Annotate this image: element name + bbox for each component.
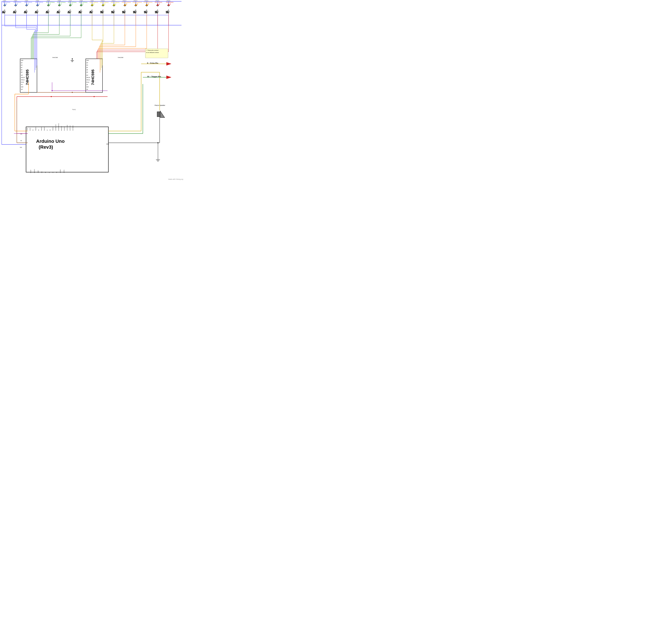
part1-label: Part1 [72, 109, 76, 110]
svg-text:100Ω: 100Ω [111, 12, 114, 13]
svg-text:Yellow (595nm): Yellow (595nm) [89, 1, 98, 3]
svg-text:R5: R5 [46, 11, 48, 12]
svg-text:Green (570nm): Green (570nm) [79, 1, 87, 3]
svg-text:QF: QF [86, 67, 88, 68]
svg-marker-375 [166, 62, 171, 65]
svg-text:R9: R9 [90, 11, 91, 12]
svg-text:SER: SER [86, 86, 89, 88]
svg-rect-366 [157, 112, 160, 117]
svg-text:D2: D2 [32, 129, 33, 131]
svg-text:QD: QD [86, 72, 88, 73]
svg-rect-224 [26, 127, 108, 172]
svg-text:Yellow (595nm): Yellow (595nm) [100, 1, 109, 3]
svg-marker-61 [58, 4, 61, 6]
svg-text:R14: R14 [144, 11, 146, 12]
svg-text:ICSP MOSI: ICSP MOSI [73, 125, 73, 131]
svg-text:PWM D3: PWM D3 [35, 126, 36, 131]
svg-text:R16: R16 [166, 11, 168, 12]
svg-text:SER: SER [21, 86, 24, 88]
svg-marker-103 [135, 4, 137, 6]
svg-text:100Ω: 100Ω [2, 12, 5, 13]
svg-text:TX/D0: TX/D0 [27, 128, 28, 131]
svg-text:Green (570nm): Green (570nm) [57, 1, 65, 3]
svg-text:Green (570nm): Green (570nm) [46, 1, 55, 3]
svg-text:100Ω: 100Ω [89, 12, 92, 13]
svg-text:QG: QG [86, 64, 88, 66]
svg-text:QA: QA [86, 89, 88, 90]
svg-text:GND: GND [86, 60, 89, 61]
svg-text:SCK/D13: SCK/D13 [64, 126, 65, 131]
svg-text:OE: OE [21, 84, 23, 85]
svg-text:PWM D5: PWM D5 [41, 126, 42, 131]
svg-text:SRCLR: SRCLR [86, 77, 90, 78]
svg-text:R15: R15 [155, 11, 157, 12]
svg-text:A5/SCL: A5/SCL [63, 170, 64, 173]
svg-point-342 [51, 96, 52, 97]
svg-text:Yellow (595nm): Yellow (595nm) [111, 1, 120, 3]
svg-text:QE: QE [21, 69, 22, 71]
svg-text:RCLK: RCLK [86, 82, 89, 83]
svg-text:Orange (620nm): Orange (620nm) [133, 1, 142, 3]
svg-text:R13: R13 [133, 11, 135, 12]
svg-marker-367 [160, 111, 165, 118]
piezo-label: Piezzo Speaker [155, 105, 165, 106]
svg-text:R10: R10 [100, 11, 103, 12]
u2-chip-label: 74HC595 [118, 57, 123, 58]
svg-text:A1: A1 [49, 172, 50, 173]
arduino-gnd-label: GND [106, 143, 109, 145]
svg-point-343 [94, 96, 95, 97]
svg-text:R7: R7 [68, 11, 70, 12]
svg-text:5V: 5V [20, 140, 22, 141]
svg-marker-109 [146, 4, 148, 6]
svg-text:D4: D4 [38, 129, 39, 131]
svg-text:D8: D8 [49, 129, 50, 131]
svg-text:SRCLK: SRCLK [21, 79, 25, 80]
svg-text:SRCLR: SRCLR [21, 77, 25, 78]
svg-text:100Ω: 100Ω [166, 12, 169, 13]
svg-text:100Ω: 100Ω [100, 12, 103, 13]
svg-marker-37 [14, 4, 17, 6]
svg-marker-67 [69, 4, 72, 6]
svg-marker-49 [36, 4, 39, 6]
svg-text:MISO/D12: MISO/D12 [61, 126, 62, 131]
svg-text:Green (570nm): Green (570nm) [68, 1, 76, 3]
svg-text:RESET: RESET [30, 170, 31, 173]
svg-text:RCLK: RCLK [21, 82, 24, 83]
svg-marker-97 [124, 4, 126, 6]
svg-text:SS/PWM D10: SS/PWM D10 [55, 124, 56, 131]
svg-text:QD: QD [21, 72, 22, 73]
svg-text:100Ω: 100Ω [78, 12, 81, 13]
svg-text:Orange (620nm): Orange (620nm) [122, 1, 131, 3]
svg-text:R12: R12 [122, 11, 124, 12]
svg-text:3V3: 3V3 [20, 147, 22, 148]
svg-text:R6: R6 [57, 11, 59, 12]
svg-text:Blue (525nm): Blue (525nm) [3, 1, 11, 3]
svg-text:Red (633nm): Red (633nm) [155, 1, 162, 3]
svg-text:RX/D1: RX/D1 [30, 128, 31, 131]
circuit-diagram: LED1 Blue (525nm) LED2 Blue (525nm) LED3… [0, 0, 185, 182]
svg-text:D7: D7 [47, 129, 48, 131]
fritzing-text: Fritzing.org [175, 178, 183, 180]
arduino-label: Arduino Uno [36, 139, 65, 144]
svg-text:Red (633nm): Red (633nm) [166, 1, 173, 3]
svg-marker-73 [80, 4, 82, 6]
svg-text:100Ω: 100Ω [13, 12, 16, 13]
svg-text:A4/SDA: A4/SDA [60, 170, 61, 173]
svg-point-351 [51, 90, 52, 91]
svg-text:ICSP2 MISO: ICSP2 MISO [67, 125, 68, 131]
svg-text:QH': QH' [21, 75, 23, 76]
svg-text:ICSP2 SCK: ICSP2 SCK [70, 125, 71, 131]
svg-text:100Ω: 100Ω [122, 12, 125, 13]
svg-text:RESET2: RESET2 [34, 169, 35, 173]
svg-text:100Ω: 100Ω [35, 12, 37, 13]
svg-text:R8: R8 [79, 11, 80, 12]
svg-text:QG: QG [21, 64, 22, 66]
svg-marker-55 [47, 4, 49, 6]
svg-text:QH': QH' [86, 75, 88, 76]
svg-text:Blue (525nm): Blue (525nm) [35, 1, 43, 3]
svg-text:AREF: AREF [37, 170, 39, 173]
svg-text:100Ω: 100Ω [133, 12, 136, 13]
svg-text:Blue (525nm): Blue (525nm) [25, 1, 32, 3]
svg-marker-115 [156, 4, 159, 6]
svg-text:R3: R3 [24, 11, 26, 12]
